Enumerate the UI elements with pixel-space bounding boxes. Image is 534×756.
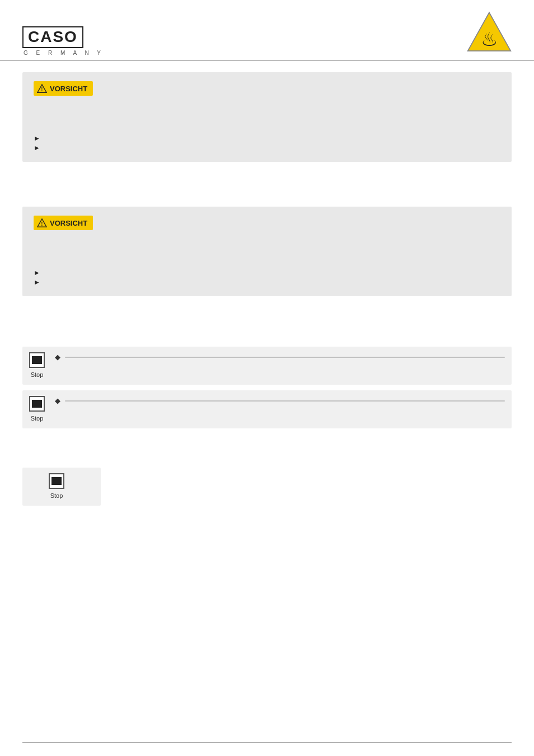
warning-badge-label-1: VORSICHT bbox=[50, 85, 87, 93]
logo-sub: G E R M A N Y bbox=[24, 50, 104, 56]
warning-bullet-1-2: ► bbox=[34, 143, 500, 152]
stop-label-1: Stop bbox=[31, 371, 44, 378]
diamond-icon-2: ◆ bbox=[55, 396, 60, 405]
stop-button-area-3: Stop bbox=[49, 473, 64, 499]
warning-bullet-2-2: ► bbox=[34, 278, 500, 286]
stop-label-3: Stop bbox=[50, 492, 63, 499]
warning-triangle-icon-2: ! bbox=[37, 218, 47, 228]
diamond-icon-1: ◆ bbox=[55, 353, 60, 361]
warning-box-1: ! VORSICHT ► ► bbox=[22, 72, 512, 162]
warning-bullets-2: ► ► bbox=[34, 268, 500, 286]
stop-icon-square-2 bbox=[29, 396, 45, 412]
bullet-arrow-icon: ► bbox=[34, 134, 40, 142]
stop-icon-square-3 bbox=[49, 473, 64, 489]
spacer-1 bbox=[22, 190, 512, 207]
warning-text-1 bbox=[34, 101, 500, 128]
logo-area: CASO G E R M A N Y bbox=[22, 26, 104, 56]
spacer-5 bbox=[22, 451, 512, 468]
warning-badge-2: ! VORSICHT bbox=[34, 216, 93, 230]
instruction-content-1: ◆ bbox=[55, 352, 505, 361]
warning-bullets-1: ► ► bbox=[34, 134, 500, 152]
warning-text-2 bbox=[34, 236, 500, 263]
instruction-line-1 bbox=[65, 357, 505, 358]
stop-icon-inner-1 bbox=[32, 356, 42, 364]
footer bbox=[22, 742, 512, 746]
spacer-4 bbox=[22, 434, 512, 451]
instruction-row-1: Stop ◆ bbox=[22, 347, 512, 385]
stop-button-area-2: Stop bbox=[29, 396, 45, 422]
svg-text:!: ! bbox=[41, 86, 43, 92]
section-gap-1 bbox=[22, 179, 512, 190]
warning-box-2: ! VORSICHT ► ► bbox=[22, 207, 512, 296]
instruction-row-2: Stop ◆ bbox=[22, 390, 512, 428]
spacer-3 bbox=[22, 330, 512, 347]
stop-button-area-1: Stop bbox=[29, 352, 45, 378]
main-content: ! VORSICHT ► ► ! bbox=[0, 61, 534, 528]
stop-label-2: Stop bbox=[31, 415, 44, 422]
instruction-row-3: Stop bbox=[22, 468, 101, 506]
logo-text: CASO bbox=[22, 26, 83, 48]
stop-icon-inner-2 bbox=[32, 400, 42, 408]
stop-icon-inner-3 bbox=[51, 477, 62, 485]
warning-triangle-icon-1: ! bbox=[37, 83, 47, 94]
spacer-2 bbox=[22, 313, 512, 330]
warning-bullet-2-1: ► bbox=[34, 268, 500, 277]
instruction-content-2: ◆ bbox=[55, 396, 505, 405]
bullet-arrow-icon: ► bbox=[34, 269, 40, 277]
svg-text:♨: ♨ bbox=[481, 29, 498, 50]
header: CASO G E R M A N Y ♨ bbox=[0, 0, 534, 61]
hot-surface-icon: ♨ bbox=[467, 10, 512, 55]
stop-icon-square-1 bbox=[29, 352, 45, 368]
bullet-arrow-icon: ► bbox=[34, 278, 40, 286]
instruction-line-2 bbox=[65, 400, 505, 402]
bullet-arrow-icon: ► bbox=[34, 144, 40, 152]
svg-text:!: ! bbox=[41, 221, 43, 227]
warning-bullet-1-1: ► bbox=[34, 134, 500, 142]
warning-badge-1: ! VORSICHT bbox=[34, 81, 93, 96]
warning-badge-label-2: VORSICHT bbox=[50, 219, 87, 227]
